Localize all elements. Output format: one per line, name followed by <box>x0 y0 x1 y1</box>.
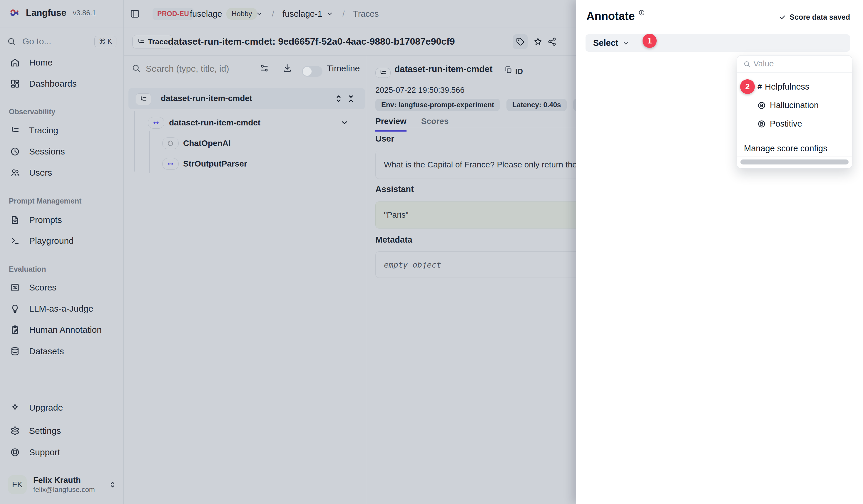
id-label: ID <box>515 67 523 76</box>
panel-left-toggle[interactable] <box>128 7 142 21</box>
sidebar-item-settings[interactable]: Settings <box>10 423 61 439</box>
helpfulness-count-badge: 2 <box>740 79 755 94</box>
sidebar-item-label: Prompts <box>29 215 62 225</box>
indent-guide <box>149 131 150 173</box>
sidebar-item-upgrade[interactable]: Upgrade <box>10 400 63 415</box>
chevron-down-icon[interactable] <box>326 0 333 28</box>
section-observability: Observability <box>9 107 55 116</box>
metadata-section-label: Metadata <box>375 235 412 245</box>
breadcrumb-separator: / <box>342 0 345 28</box>
tree-child-label: dataset-run-item-cmdet <box>169 118 260 128</box>
goto-search-button[interactable]: Go to... ⌘ K <box>7 34 116 49</box>
download-icon[interactable] <box>283 63 292 73</box>
tree-row-chatopenai[interactable]: ChatOpenAI <box>162 138 353 149</box>
trace-type-label: Trace <box>148 37 168 47</box>
sidebar-item-human-annotation[interactable]: Human Annotation <box>10 322 102 337</box>
star-icon[interactable] <box>530 34 545 49</box>
search-icon <box>132 64 140 73</box>
file-code-icon <box>10 215 20 225</box>
sidebar-item-label: LLM-as-a-Judge <box>29 304 93 314</box>
database-icon <box>10 347 20 356</box>
dropdown-item-hallucination[interactable]: Hallucination <box>737 96 852 115</box>
sidebar-item-label: Human Annotation <box>29 325 102 335</box>
lightbulb-icon <box>10 304 20 313</box>
tree-root-label: dataset-run-item-cmdet <box>161 94 252 103</box>
info-icon[interactable] <box>638 9 645 16</box>
dropdown-divider <box>737 136 852 136</box>
tag-icon[interactable] <box>513 34 528 49</box>
check-icon <box>779 14 786 21</box>
timeline-label: Timeline <box>327 63 360 74</box>
dropdown-item-postitive[interactable]: Postitive <box>737 115 852 133</box>
brand-version: v3.86.1 <box>73 9 96 17</box>
users-icon <box>10 168 20 177</box>
dropdown-search-row <box>737 55 852 73</box>
breadcrumb-org[interactable]: fuselage <box>190 0 222 28</box>
observation-title: dataset-run-item-cmdet <box>395 64 492 74</box>
user-name: Felix Krauth <box>33 475 102 485</box>
sidebar-item-label: Sessions <box>29 146 65 157</box>
score-select-bar: Select 1 <box>586 34 850 52</box>
sidebar-item-label: Playground <box>29 236 74 246</box>
sparkle-icon <box>10 403 20 412</box>
sidebar-item-datasets[interactable]: Datasets <box>10 344 64 359</box>
dropdown-scrollbar[interactable] <box>737 157 852 169</box>
env-badge: PROD-EU <box>152 0 194 28</box>
user-menu[interactable]: FK Felix Krauth felix@langfuse.com <box>8 474 117 496</box>
span-type-icon <box>162 158 179 170</box>
breadcrumb-project[interactable]: fuselage-1 <box>283 0 322 28</box>
trace-tree-icon <box>10 126 20 135</box>
sidebar-item-sessions[interactable]: Sessions <box>10 144 65 159</box>
avatar: FK <box>8 475 27 494</box>
tab-preview[interactable]: Preview <box>375 117 407 132</box>
sidebar-item-tracing[interactable]: Tracing <box>10 123 58 138</box>
sidebar-item-support[interactable]: Support <box>10 445 60 460</box>
langfuse-logo-icon <box>9 7 21 19</box>
sidebar-item-home[interactable]: Home <box>10 55 53 70</box>
trace-type-chip: Trace <box>132 35 173 49</box>
chevron-down-icon[interactable] <box>256 0 263 28</box>
scrollbar-thumb[interactable] <box>740 159 849 165</box>
sidebar-item-label: Datasets <box>29 346 64 356</box>
sidebar-item-dashboards[interactable]: Dashboards <box>10 76 77 91</box>
sidebar-item-scores[interactable]: Scores <box>10 280 57 295</box>
sidebar-item-label: Scores <box>29 283 57 293</box>
dropdown-search-input[interactable] <box>753 59 842 69</box>
search-icon <box>743 61 750 67</box>
sidebar-item-users[interactable]: Users <box>10 165 52 180</box>
score-select-button[interactable]: Select <box>593 34 629 52</box>
latency-badge: Latency: 0.40s <box>506 99 567 111</box>
trace-chip-icon <box>136 93 151 105</box>
boolean-score-icon <box>758 101 766 109</box>
filter-settings-icon[interactable] <box>260 63 269 73</box>
tree-search-input[interactable] <box>145 63 252 74</box>
tree-row-stroutputparser[interactable]: StrOutputParser <box>162 158 353 170</box>
sidebar-header-divider <box>0 28 123 28</box>
annotate-title: Annotate <box>586 10 635 23</box>
share-icon[interactable] <box>545 34 559 49</box>
sidebar-item-llm-judge[interactable]: LLM-as-a-Judge <box>10 301 93 316</box>
tree-grandchild-label: StrOutputParser <box>183 159 247 169</box>
top-bar: PROD-EU fuselage Hobby / fuselage-1 / Tr… <box>123 0 576 28</box>
tree-row-root-selected[interactable]: dataset-run-item-cmdet <box>128 88 365 109</box>
clipboard-pen-icon <box>10 325 20 335</box>
sidebar-item-prompts[interactable]: Prompts <box>10 212 62 228</box>
collapse-all-icon[interactable] <box>347 94 355 103</box>
tab-scores[interactable]: Scores <box>421 117 449 132</box>
user-message-text: What is the Capital of France? Please on… <box>384 160 585 169</box>
timeline-toggle[interactable] <box>302 66 323 77</box>
manage-score-configs-link[interactable]: Manage score configs <box>744 142 827 154</box>
chevron-down-icon[interactable] <box>340 119 349 127</box>
expand-all-icon[interactable] <box>334 94 343 103</box>
score-config-dropdown: 2 # Helpfulness Hallucination Postitive … <box>737 55 852 169</box>
sidebar-item-playground[interactable]: Playground <box>10 233 74 248</box>
search-icon <box>7 37 16 46</box>
terminal-icon <box>10 236 20 246</box>
tree-row-child[interactable]: dataset-run-item-cmdet <box>148 117 360 129</box>
trace-tree-panel: Timeline dataset-run-item-cmdet dataset-… <box>123 55 366 504</box>
trace-title: dataset-run-item-cmdet: 9ed6657f-52a0-4a… <box>168 28 455 55</box>
tab-bar: Preview Scores <box>375 117 449 132</box>
sidebar-item-label: Tracing <box>29 126 58 135</box>
span-type-icon <box>148 117 164 129</box>
copy-id-button[interactable] <box>504 66 512 74</box>
